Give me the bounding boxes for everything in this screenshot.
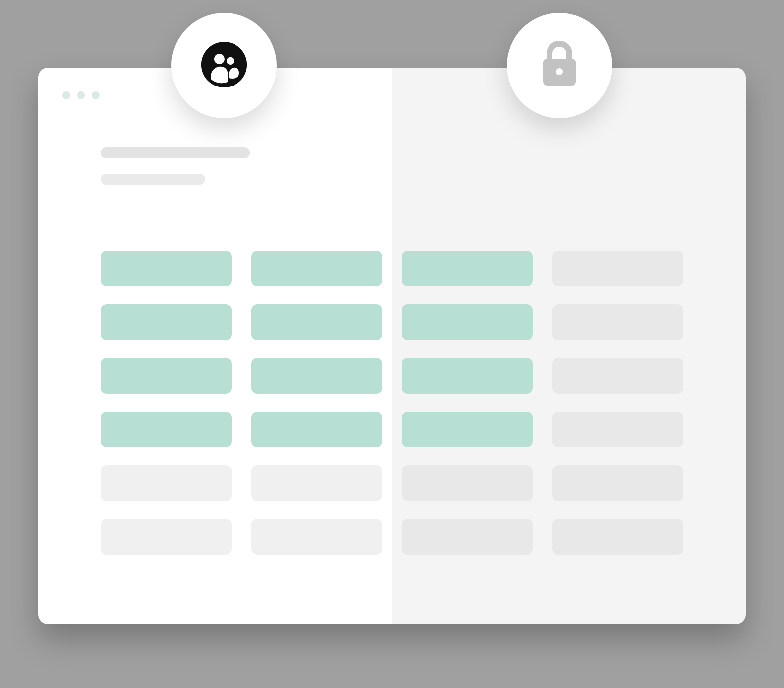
grid-cell: [402, 412, 533, 447]
grid-cell: [402, 358, 533, 394]
app-window: [38, 68, 746, 624]
subtitle-placeholder: [101, 174, 205, 185]
grid-cell: [552, 304, 683, 340]
grid-cell: [251, 465, 382, 501]
window-controls: [62, 91, 100, 99]
grid-cell: [552, 358, 683, 394]
grid-cell: [552, 465, 683, 501]
grid-cell: [402, 304, 533, 340]
svg-point-4: [556, 68, 563, 75]
window-control-zoom[interactable]: [92, 91, 100, 99]
title-placeholder: [101, 147, 250, 158]
grid-cell: [101, 465, 232, 501]
people-badge: [171, 13, 277, 118]
window-control-minimize[interactable]: [77, 91, 85, 99]
people-icon: [200, 41, 248, 90]
grid-cell: [101, 358, 232, 394]
grid-cell: [251, 304, 382, 340]
grid-cell: [251, 519, 382, 555]
header-placeholder: [101, 147, 250, 185]
grid-cell: [251, 412, 382, 447]
lock-badge: [507, 13, 612, 118]
grid-cell: [251, 251, 382, 286]
grid-cell: [552, 519, 683, 555]
grid-cell: [552, 412, 683, 447]
grid-cell: [552, 251, 683, 286]
grid-cell: [251, 358, 382, 394]
grid-cell: [101, 251, 232, 286]
svg-point-2: [227, 57, 234, 65]
window-control-close[interactable]: [62, 91, 70, 99]
content-grid: [101, 251, 683, 555]
grid-cell: [101, 519, 232, 555]
grid-cell: [101, 304, 232, 340]
grid-cell: [402, 465, 533, 501]
grid-cell: [101, 412, 232, 447]
grid-cell: [402, 519, 533, 555]
grid-cell: [402, 251, 533, 286]
lock-icon: [537, 40, 582, 91]
svg-point-1: [214, 54, 225, 64]
